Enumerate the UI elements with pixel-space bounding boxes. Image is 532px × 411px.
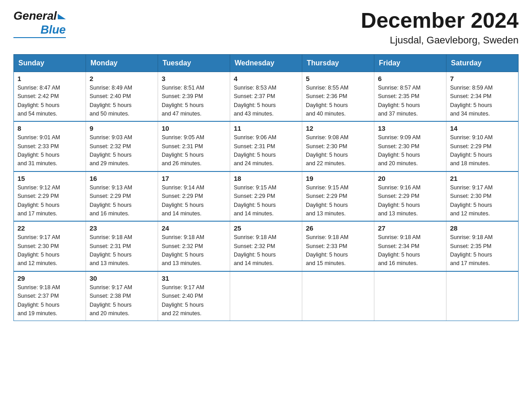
day-number: 24 bbox=[162, 224, 226, 232]
day-info: Sunrise: 9:15 AMSunset: 2:29 PMDaylight:… bbox=[234, 184, 298, 218]
calendar-header-thursday: Thursday bbox=[302, 54, 374, 72]
day-number: 26 bbox=[306, 224, 370, 232]
calendar-cell: 18Sunrise: 9:15 AMSunset: 2:29 PMDayligh… bbox=[230, 171, 302, 222]
day-info: Sunrise: 9:18 AMSunset: 2:31 PMDaylight:… bbox=[90, 233, 154, 268]
day-info: Sunrise: 9:18 AMSunset: 2:33 PMDaylight:… bbox=[306, 233, 370, 268]
day-info: Sunrise: 9:03 AMSunset: 2:32 PMDaylight:… bbox=[90, 133, 154, 168]
calendar-cell: 5Sunrise: 8:55 AMSunset: 2:36 PMDaylight… bbox=[302, 72, 374, 121]
calendar-cell bbox=[446, 271, 519, 321]
day-number: 8 bbox=[17, 124, 82, 132]
day-info: Sunrise: 9:14 AMSunset: 2:29 PMDaylight:… bbox=[162, 184, 226, 218]
calendar-cell: 2Sunrise: 8:49 AMSunset: 2:40 PMDaylight… bbox=[86, 72, 158, 121]
day-info: Sunrise: 9:10 AMSunset: 2:29 PMDaylight:… bbox=[450, 133, 515, 168]
calendar-week-row: 8Sunrise: 9:01 AMSunset: 2:33 PMDaylight… bbox=[14, 121, 519, 171]
calendar-cell: 4Sunrise: 8:53 AMSunset: 2:37 PMDaylight… bbox=[230, 72, 302, 121]
logo-underline bbox=[13, 37, 66, 38]
calendar-cell: 21Sunrise: 9:17 AMSunset: 2:30 PMDayligh… bbox=[446, 171, 519, 222]
day-info: Sunrise: 9:15 AMSunset: 2:29 PMDaylight:… bbox=[306, 184, 370, 218]
calendar-cell: 30Sunrise: 9:17 AMSunset: 2:38 PMDayligh… bbox=[86, 271, 158, 321]
day-info: Sunrise: 9:18 AMSunset: 2:32 PMDaylight:… bbox=[234, 233, 298, 268]
calendar-cell: 10Sunrise: 9:05 AMSunset: 2:31 PMDayligh… bbox=[158, 121, 230, 171]
calendar-cell bbox=[374, 271, 446, 321]
day-number: 30 bbox=[90, 274, 154, 282]
day-number: 14 bbox=[450, 124, 515, 132]
day-number: 11 bbox=[234, 124, 298, 132]
day-info: Sunrise: 9:17 AMSunset: 2:40 PMDaylight:… bbox=[162, 283, 226, 318]
day-number: 25 bbox=[234, 224, 298, 232]
day-number: 16 bbox=[90, 175, 154, 182]
calendar-week-row: 15Sunrise: 9:12 AMSunset: 2:29 PMDayligh… bbox=[14, 171, 519, 222]
calendar-header-tuesday: Tuesday bbox=[158, 54, 230, 72]
calendar-cell bbox=[230, 271, 302, 321]
calendar-cell: 3Sunrise: 8:51 AMSunset: 2:39 PMDaylight… bbox=[158, 72, 230, 121]
calendar-cell: 28Sunrise: 9:18 AMSunset: 2:35 PMDayligh… bbox=[446, 221, 519, 271]
calendar-cell: 19Sunrise: 9:15 AMSunset: 2:29 PMDayligh… bbox=[302, 171, 374, 222]
day-info: Sunrise: 9:13 AMSunset: 2:29 PMDaylight:… bbox=[90, 184, 154, 218]
day-info: Sunrise: 9:17 AMSunset: 2:30 PMDaylight:… bbox=[450, 184, 515, 218]
day-number: 12 bbox=[306, 124, 370, 132]
day-info: Sunrise: 8:53 AMSunset: 2:37 PMDaylight:… bbox=[234, 84, 298, 119]
day-number: 1 bbox=[17, 75, 82, 82]
day-info: Sunrise: 8:49 AMSunset: 2:40 PMDaylight:… bbox=[90, 84, 154, 119]
day-info: Sunrise: 8:51 AMSunset: 2:39 PMDaylight:… bbox=[162, 84, 226, 119]
calendar-cell: 17Sunrise: 9:14 AMSunset: 2:29 PMDayligh… bbox=[158, 171, 230, 222]
day-number: 21 bbox=[450, 175, 515, 182]
day-number: 13 bbox=[378, 124, 442, 132]
day-number: 10 bbox=[162, 124, 226, 132]
calendar-cell: 6Sunrise: 8:57 AMSunset: 2:35 PMDaylight… bbox=[374, 72, 446, 121]
calendar-cell: 15Sunrise: 9:12 AMSunset: 2:29 PMDayligh… bbox=[14, 171, 86, 222]
calendar-week-row: 29Sunrise: 9:18 AMSunset: 2:37 PMDayligh… bbox=[14, 271, 519, 321]
day-info: Sunrise: 9:16 AMSunset: 2:29 PMDaylight:… bbox=[378, 184, 442, 218]
day-number: 17 bbox=[162, 175, 226, 182]
day-info: Sunrise: 8:59 AMSunset: 2:34 PMDaylight:… bbox=[450, 84, 515, 119]
day-info: Sunrise: 8:57 AMSunset: 2:35 PMDaylight:… bbox=[378, 84, 442, 119]
calendar-table: SundayMondayTuesdayWednesdayThursdayFrid… bbox=[13, 54, 519, 321]
calendar-cell: 20Sunrise: 9:16 AMSunset: 2:29 PMDayligh… bbox=[374, 171, 446, 222]
day-number: 3 bbox=[162, 75, 226, 82]
logo-blue-text: Blue bbox=[40, 23, 65, 37]
day-number: 7 bbox=[450, 75, 515, 82]
day-number: 29 bbox=[17, 274, 82, 282]
calendar-week-row: 1Sunrise: 8:47 AMSunset: 2:42 PMDaylight… bbox=[14, 72, 519, 121]
day-info: Sunrise: 9:08 AMSunset: 2:30 PMDaylight:… bbox=[306, 133, 370, 168]
calendar-cell: 8Sunrise: 9:01 AMSunset: 2:33 PMDaylight… bbox=[14, 121, 86, 171]
calendar-header-saturday: Saturday bbox=[446, 54, 519, 72]
calendar-week-row: 22Sunrise: 9:17 AMSunset: 2:30 PMDayligh… bbox=[14, 221, 519, 271]
calendar-cell: 29Sunrise: 9:18 AMSunset: 2:37 PMDayligh… bbox=[14, 271, 86, 321]
calendar-header-friday: Friday bbox=[374, 54, 446, 72]
calendar-cell: 26Sunrise: 9:18 AMSunset: 2:33 PMDayligh… bbox=[302, 221, 374, 271]
calendar-cell: 1Sunrise: 8:47 AMSunset: 2:42 PMDaylight… bbox=[14, 72, 86, 121]
day-number: 23 bbox=[90, 224, 154, 232]
day-number: 27 bbox=[378, 224, 442, 232]
day-info: Sunrise: 8:55 AMSunset: 2:36 PMDaylight:… bbox=[306, 84, 370, 119]
calendar-cell: 31Sunrise: 9:17 AMSunset: 2:40 PMDayligh… bbox=[158, 271, 230, 321]
day-number: 4 bbox=[234, 75, 298, 82]
day-info: Sunrise: 9:12 AMSunset: 2:29 PMDaylight:… bbox=[17, 184, 82, 218]
calendar-cell: 27Sunrise: 9:18 AMSunset: 2:34 PMDayligh… bbox=[374, 221, 446, 271]
day-info: Sunrise: 8:47 AMSunset: 2:42 PMDaylight:… bbox=[17, 84, 82, 119]
calendar-cell: 7Sunrise: 8:59 AMSunset: 2:34 PMDaylight… bbox=[446, 72, 519, 121]
day-number: 9 bbox=[90, 124, 154, 132]
day-info: Sunrise: 9:18 AMSunset: 2:32 PMDaylight:… bbox=[162, 233, 226, 268]
calendar-cell: 16Sunrise: 9:13 AMSunset: 2:29 PMDayligh… bbox=[86, 171, 158, 222]
calendar-header-sunday: Sunday bbox=[14, 54, 86, 72]
day-info: Sunrise: 9:17 AMSunset: 2:30 PMDaylight:… bbox=[17, 233, 82, 268]
logo-arrow-icon bbox=[58, 14, 66, 19]
day-number: 20 bbox=[378, 175, 442, 182]
logo-general-text: General bbox=[13, 9, 57, 23]
calendar-cell: 11Sunrise: 9:06 AMSunset: 2:31 PMDayligh… bbox=[230, 121, 302, 171]
day-info: Sunrise: 9:09 AMSunset: 2:30 PMDaylight:… bbox=[378, 133, 442, 168]
day-number: 31 bbox=[162, 274, 226, 282]
day-number: 19 bbox=[306, 175, 370, 182]
calendar-cell: 22Sunrise: 9:17 AMSunset: 2:30 PMDayligh… bbox=[14, 221, 86, 271]
calendar-cell: 12Sunrise: 9:08 AMSunset: 2:30 PMDayligh… bbox=[302, 121, 374, 171]
calendar-header-row: SundayMondayTuesdayWednesdayThursdayFrid… bbox=[14, 54, 519, 72]
day-number: 18 bbox=[234, 175, 298, 182]
day-number: 2 bbox=[90, 75, 154, 82]
title-section: December 2024 Ljusdal, Gaevleborg, Swede… bbox=[361, 9, 519, 46]
page-header: General Blue December 2024 Ljusdal, Gaev… bbox=[13, 9, 519, 46]
day-info: Sunrise: 9:18 AMSunset: 2:35 PMDaylight:… bbox=[450, 233, 515, 268]
page-subtitle: Ljusdal, Gaevleborg, Sweden bbox=[361, 34, 519, 46]
day-number: 22 bbox=[17, 224, 82, 232]
day-info: Sunrise: 9:06 AMSunset: 2:31 PMDaylight:… bbox=[234, 133, 298, 168]
